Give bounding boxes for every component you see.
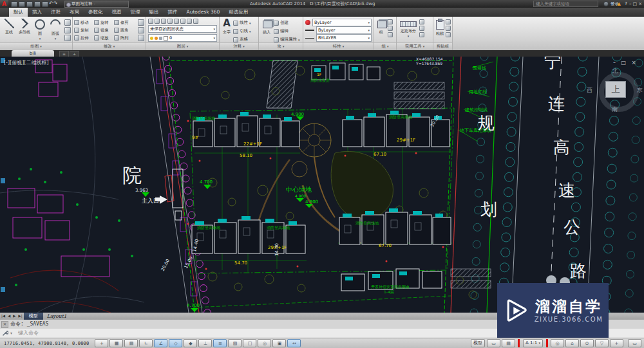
leader-button[interactable]: 引线 ▾ <box>233 28 251 35</box>
erase-icon[interactable] <box>138 27 144 33</box>
lineweight-dropdown[interactable]: ByLayer ▾ <box>316 26 372 34</box>
status-toggle-14[interactable]: ↔ <box>287 339 301 347</box>
tab-model[interactable]: 模型 <box>24 313 43 320</box>
modify-缩放-button[interactable]: 缩放 <box>94 34 114 42</box>
quick-select-icon[interactable] <box>419 19 424 24</box>
panel-label-draw[interactable]: 绘图 ▾ <box>0 42 72 50</box>
lineweight-icon[interactable] <box>305 30 314 31</box>
ribbon-tab-2[interactable]: 插入 <box>28 8 46 17</box>
status-toggle-1[interactable]: + <box>95 339 108 347</box>
layer-match-icon[interactable] <box>180 19 185 24</box>
create-block-button[interactable]: 创建 <box>274 19 300 26</box>
modify-旋转-button[interactable]: 旋转 <box>94 19 114 26</box>
text-button[interactable]: A 文字 <box>220 17 233 43</box>
help-icon[interactable]: ? <box>625 0 627 8</box>
linetype-icon[interactable] <box>305 38 314 39</box>
undo-icon[interactable]: ↶ <box>49 1 53 6</box>
panel-label-clipboard[interactable]: 剪贴板 <box>433 42 452 50</box>
status-toggle-3[interactable]: ▤ <box>124 339 138 347</box>
exchange-icon[interactable]: ✕ <box>611 0 614 8</box>
layer-properties-icon[interactable] <box>148 19 153 24</box>
panel-label-block[interactable]: 块 ▾ <box>259 42 303 50</box>
first-layout-button[interactable]: |◀ <box>0 313 6 320</box>
status-toggle-8[interactable]: ⊥ <box>198 339 212 347</box>
autocad-logo-icon[interactable]: A <box>0 0 8 8</box>
search-input[interactable]: 键入关键字或短语 <box>533 1 598 7</box>
ribbon-tab-1[interactable]: 默认 <box>9 8 28 17</box>
modify-拉伸-button[interactable]: 拉伸 <box>74 34 94 42</box>
layer-walk-icon[interactable] <box>193 19 198 24</box>
layer-off-icon[interactable] <box>155 19 160 24</box>
quick-calc-icon[interactable] <box>419 26 424 31</box>
ribbon-tab-11[interactable]: 精选应用 <box>224 8 252 17</box>
close-icon[interactable]: × <box>1 321 8 328</box>
panel-label-layers[interactable]: 图层 ▾ <box>146 42 219 50</box>
open-file-icon[interactable] <box>19 1 25 7</box>
redo-icon[interactable]: ↷ <box>53 1 58 6</box>
arc-button[interactable]: 圆弧 ▾ <box>48 17 63 43</box>
modify-修剪-button[interactable]: 修剪 <box>114 19 134 26</box>
status-toggle-13[interactable]: ▣ <box>272 339 286 347</box>
notification-icon[interactable]: ▲ <box>618 0 621 8</box>
quickview-button-2[interactable]: ▤ <box>502 339 515 347</box>
panel-label-utilities[interactable]: 实用工具 ▾ <box>397 42 433 50</box>
layer-dropdown[interactable]: 0 ▾ <box>148 34 217 42</box>
rectangle-icon[interactable] <box>64 19 71 26</box>
status-right-button-5[interactable]: + <box>610 339 623 347</box>
layer-lock-icon[interactable] <box>174 19 179 24</box>
workspace-dropdown[interactable]: 草图与注释 ▾ <box>64 1 129 8</box>
viewcube-south[interactable]: 南 <box>612 105 618 114</box>
saveas-icon[interactable] <box>34 1 41 7</box>
status-toggle-2[interactable]: ▦ <box>109 339 123 347</box>
ribbon-tab-10[interactable]: Autodesk 360 <box>182 8 225 17</box>
layer-state-dropdown[interactable]: 未保存的图层状态 ▾ <box>148 25 217 33</box>
panel-label-annotation[interactable]: 注释 ▾ <box>220 42 258 50</box>
drawing-window-buttons[interactable]: – □ × <box>613 60 638 66</box>
ellipse-icon[interactable] <box>64 27 71 33</box>
prev-layout-button[interactable]: ◀ <box>6 313 12 320</box>
status-toggle-4[interactable]: ∟ <box>139 339 153 347</box>
insert-block-button[interactable]: 插入 <box>260 17 274 43</box>
status-toggle-9[interactable]: ≡ <box>213 339 227 347</box>
model-space-button[interactable]: 模型 <box>471 339 485 347</box>
status-toggle-5[interactable]: ∠ <box>154 339 167 347</box>
modify-镜像-button[interactable]: 镜像 <box>94 26 114 34</box>
viewcube-top-face[interactable]: 上 <box>605 81 626 98</box>
edit-block-button[interactable]: 编辑 <box>274 28 300 35</box>
quickview-button-1[interactable]: ▭ <box>487 339 500 347</box>
status-right-button-3[interactable]: ⊙ <box>580 339 594 347</box>
explode-icon[interactable] <box>138 35 144 41</box>
file-tab-bili[interactable]: bili <box>12 50 54 57</box>
viewcube[interactable]: 北 南 西 东 上 <box>588 69 643 117</box>
layer-prev-icon[interactable] <box>187 19 192 24</box>
measure-button[interactable]: 定距等分 ▾ <box>397 17 419 43</box>
status-toggle-11[interactable]: □ <box>243 339 256 347</box>
window-close-button[interactable]: × <box>638 1 643 6</box>
layer-freeze-icon[interactable] <box>167 19 173 24</box>
color-dropdown[interactable]: ByLayer ▾ <box>312 19 372 26</box>
panel-label-properties[interactable]: 特性 ▾ <box>303 42 374 50</box>
linear-dimension-button[interactable]: 线性 ▾ <box>233 19 251 26</box>
viewcube-north[interactable]: 北 <box>612 67 618 75</box>
layer-isolate-icon[interactable] <box>161 19 166 24</box>
last-layout-button[interactable]: ▶| <box>17 313 24 320</box>
copy-clip-icon[interactable] <box>446 26 451 31</box>
ribbon-tab-3[interactable]: 注释 <box>46 8 65 17</box>
match-properties-icon[interactable] <box>138 19 144 26</box>
status-right-button-4[interactable]: ▽ <box>595 339 609 347</box>
modify-复制-button[interactable]: 复制 <box>74 26 94 34</box>
new-file-icon[interactable] <box>11 1 17 7</box>
viewport-controls[interactable]: [-][俯视][二维线框] <box>4 59 49 66</box>
drawing-canvas[interactable]: X=46087.154Y=17643.869围墙线用地红线建筑控制线地下车库轮廓… <box>0 57 644 313</box>
object-color-icon[interactable] <box>305 20 310 25</box>
ribbon-tab-6[interactable]: 视图 <box>108 8 126 17</box>
fullscreen-button[interactable]: ▭ <box>628 339 641 347</box>
status-right-button-2[interactable]: ⌂ <box>565 339 579 347</box>
ungroup-icon[interactable] <box>388 19 393 24</box>
tab-layout1[interactable]: Layout1 <box>43 313 71 320</box>
modify-阵列-button[interactable]: 阵列 <box>114 34 134 42</box>
modify-圆角-button[interactable]: 圆角 <box>114 26 134 34</box>
id-point-icon[interactable] <box>419 32 424 37</box>
customize-wrench-icon[interactable] <box>2 330 8 336</box>
ribbon-tab-8[interactable]: 输出 <box>145 8 164 17</box>
